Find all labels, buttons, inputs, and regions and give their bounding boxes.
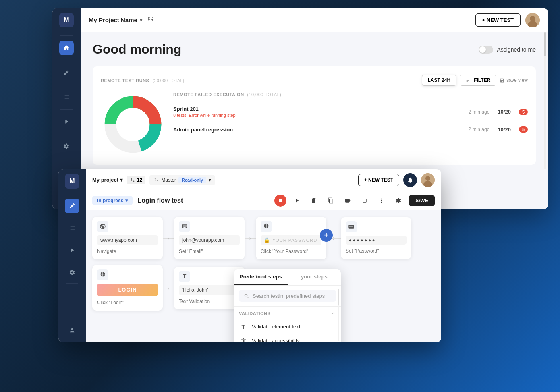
record-button[interactable] [274, 195, 286, 207]
step-password-wrap: 🔒 YOUR PASSWORD Click "Your Password" + [256, 217, 326, 259]
sidebar-divider-3 [60, 85, 73, 85]
editor-project-name[interactable]: My project ▾ [92, 177, 123, 183]
step-set-email[interactable]: john@yourapp.com Set "Email" [174, 217, 245, 259]
failed-score-col-2: 2 min ago 10/20 5 [469, 126, 528, 133]
failed-time-2: 2 min ago [469, 127, 490, 132]
back-logo: M [59, 13, 74, 27]
stats-total: (20,000 TOTAL) [153, 78, 184, 83]
predefined-tab[interactable]: Predefined steps [234, 269, 288, 285]
step-navigate[interactable]: www.myapp.com Navigate [92, 217, 163, 259]
password-url: 🔒 YOUR PASSWORD [261, 235, 321, 245]
validate-text-icon: T [239, 323, 248, 330]
text-icon: T [179, 271, 190, 282]
pr-count: 12 [137, 177, 142, 183]
editor-sidebar-play[interactable] [65, 243, 79, 257]
dropdown-scroll-thumb[interactable] [338, 289, 339, 305]
sidebar-divider-1 [60, 35, 73, 36]
steps-row-1: www.myapp.com Navigate › john@yourapp.co… [92, 217, 435, 259]
project-chevron-icon: ▾ [140, 17, 142, 23]
dropdown-item-0[interactable]: T Validate element text [239, 319, 336, 334]
failed-score-col: 2 min ago 10/20 5 [469, 109, 528, 115]
password-text: YOUR PASSWORD [272, 238, 317, 243]
editor-sidebar-list[interactable] [65, 221, 79, 235]
last24h-button[interactable]: LAST 24H [422, 75, 457, 86]
toggle-switch[interactable] [479, 46, 493, 54]
step-login[interactable]: LOGIN Click "Login" [92, 265, 163, 311]
section-title: VALIDATIONS [239, 311, 336, 316]
search-placeholder: Search testim predefined steps [253, 293, 325, 299]
assigned-label: Assigned to me [497, 46, 536, 53]
sidebar-item-settings[interactable] [59, 139, 74, 153]
step-password[interactable]: 🔒 YOUR PASSWORD Click "Your Password" [256, 217, 326, 259]
editor-sidebar: M [58, 169, 86, 342]
failed-sub: 8 tests: Error while running step [173, 113, 236, 118]
greeting-text: Good morning [93, 42, 181, 57]
stats-body: REMOTE FAILED EXECUTAION (10,000 TOTAL) … [101, 92, 528, 157]
branch-selector[interactable]: Master Read-only ▾ [149, 175, 215, 185]
delete-button[interactable] [307, 194, 320, 207]
svg-point-9 [425, 176, 430, 181]
email-url: john@yourapp.com [179, 235, 240, 245]
your-steps-tab[interactable]: your steps [288, 269, 341, 285]
step-icon-row-5 [97, 269, 158, 280]
filter-label: FILTER [474, 77, 490, 83]
editor-sidebar-divider-2 [66, 217, 78, 217]
scrollbar-thumb[interactable] [544, 32, 546, 56]
validate-text-label: Validate element text [252, 324, 300, 330]
branch-chevron: ▾ [209, 177, 211, 183]
greeting-row: Good morning Assigned to me [93, 42, 536, 57]
project-name[interactable]: My Project Name ▾ [89, 17, 142, 23]
dropdown-item-1[interactable]: Validate accessibility [239, 334, 336, 342]
editor-avatar [421, 173, 435, 187]
branch-name: Master [161, 177, 176, 183]
validation-label: Text Validation [179, 297, 240, 305]
email-label: Set "Email" [179, 247, 240, 255]
navigate-url: www.myapp.com [97, 235, 158, 245]
validate-accessibility-icon [239, 338, 248, 342]
navigate-label: Navigate [97, 247, 158, 255]
save-button[interactable]: SAVE [409, 195, 435, 206]
failed-item-1: Admin panel regression 2 min ago 10/20 5 [173, 122, 528, 137]
dashboard-scrollbar[interactable] [544, 32, 546, 169]
connector-2: › [245, 238, 256, 239]
sidebar-divider-4 [60, 109, 73, 110]
login-button-preview: LOGIN [97, 284, 158, 296]
validation-url: 'Hello, John' [179, 285, 240, 295]
test-status-badge[interactable]: In progress ▾ [92, 196, 133, 205]
filter-button[interactable]: FILTER [460, 75, 496, 86]
editor-sidebar-edit[interactable] [65, 199, 79, 213]
copy-button[interactable] [324, 194, 337, 207]
predefined-steps-dropdown: Predefined steps your steps Search testi… [234, 269, 341, 342]
editor-sidebar-settings[interactable] [65, 265, 79, 280]
branch-button[interactable] [358, 194, 371, 207]
more-button[interactable] [375, 194, 388, 207]
stats-panel: REMOTE TEST RUNS (20,000 TOTAL) LAST 24H… [93, 66, 536, 165]
add-step-button[interactable]: + [320, 229, 333, 242]
editor-sidebar-user[interactable] [65, 323, 79, 338]
search-box[interactable]: Search testim predefined steps [239, 290, 336, 302]
sidebar-item-list[interactable] [59, 90, 74, 104]
failed-item-info: Sprint 201 8 tests: Error while running … [173, 106, 236, 118]
arrow-4: › [168, 285, 170, 291]
tag-button[interactable] [341, 194, 354, 207]
save-view-label: save view [506, 77, 528, 83]
editor-project-chevron: ▾ [120, 177, 123, 183]
sidebar-item-home[interactable] [59, 41, 74, 55]
save-view-button[interactable]: save view [500, 75, 528, 86]
assigned-toggle[interactable]: Assigned to me [479, 46, 536, 54]
gear-button[interactable] [392, 194, 405, 207]
editor-main: My project ▾ 12 Master Read-only ▾ + NEW… [86, 169, 441, 342]
back-topbar-right: + NEW TEST [475, 13, 540, 27]
connector-4: › [163, 288, 174, 288]
step-icon-row-2 [179, 221, 240, 232]
play-button[interactable] [290, 194, 303, 207]
sidebar-item-play[interactable] [59, 114, 74, 129]
step-icon-row-4 [346, 221, 407, 232]
validate-accessibility-label: Validate accessibility [252, 338, 300, 342]
sidebar-item-edit[interactable] [59, 65, 74, 80]
new-test-button[interactable]: + NEW TEST [475, 13, 521, 27]
editor-new-test-button[interactable]: + NEW TEST [358, 174, 399, 186]
dropdown-scrollbar[interactable] [338, 289, 339, 341]
step-set-password[interactable]: ●●●●●●● Set "Password" [341, 217, 411, 259]
notifications-button[interactable] [403, 173, 417, 187]
